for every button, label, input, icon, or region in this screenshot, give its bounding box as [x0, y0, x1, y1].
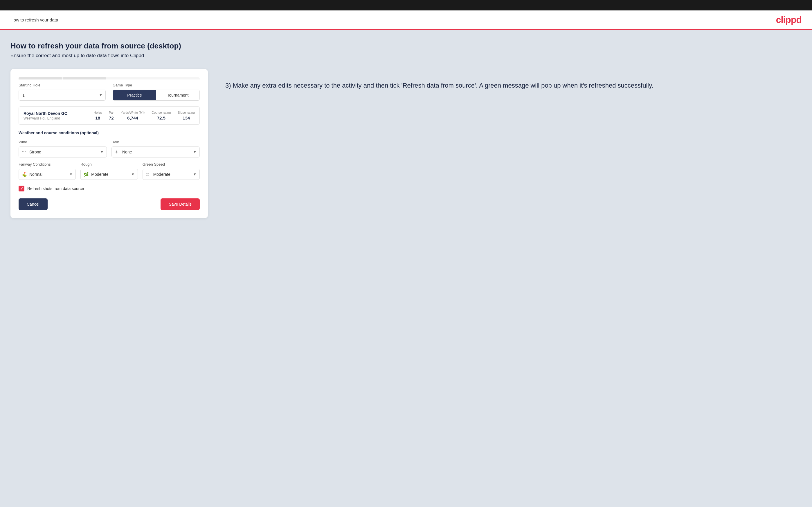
green-select[interactable]: Moderate Slow Fast [143, 169, 199, 179]
refresh-checkbox-label: Refresh shots from data source [27, 186, 84, 191]
rain-group: Rain ☀ None Light Heavy ▼ [111, 140, 200, 158]
course-stat-course-rating: Course rating 72.5 [152, 111, 171, 120]
rough-label: Rough [81, 162, 138, 167]
wind-label: Wind [18, 140, 107, 144]
save-button[interactable]: Save Details [160, 199, 200, 210]
wind-select[interactable]: Strong Light Moderate None [19, 147, 107, 157]
game-type-label: Game Type [113, 83, 200, 87]
refresh-checkbox-row[interactable]: Refresh shots from data source [18, 186, 200, 191]
rain-label: Rain [111, 140, 200, 144]
page-title: How to refresh your data from source (de… [10, 42, 802, 51]
slope-rating-label: Slope rating [178, 111, 195, 114]
course-stat-par: Par 72 [109, 111, 114, 120]
rain-select-wrapper[interactable]: ☀ None Light Heavy ▼ [111, 147, 200, 158]
logo: clippd [776, 14, 802, 25]
course-rating-label: Course rating [152, 111, 171, 114]
starting-hole-label: Starting Hole [18, 83, 106, 87]
tab-item-2 [63, 77, 106, 79]
starting-hole-group: Starting Hole 1 10 ▼ [18, 83, 106, 101]
footer: Copyright Clippd 2022 [0, 502, 812, 507]
par-value: 72 [109, 115, 114, 120]
cancel-button[interactable]: Cancel [18, 199, 48, 210]
side-description-text: 3) Make any extra edits necessary to the… [225, 80, 802, 90]
game-type-buttons: Practice Tournament [113, 90, 200, 101]
par-label: Par [109, 111, 114, 114]
course-stat-holes: Holes 18 [94, 111, 102, 120]
course-name: Royal North Devon GC, [23, 111, 87, 116]
rough-group: Rough 🌿 Moderate Light Heavy ▼ [81, 162, 138, 180]
yards-value: 6,744 [127, 115, 138, 120]
button-row: Cancel Save Details [18, 199, 200, 210]
game-type-group: Game Type Practice Tournament [113, 83, 200, 101]
page-subtitle: Ensure the correct and most up to date d… [10, 53, 802, 59]
green-group: Green Speed ◎ Moderate Slow Fast ▼ [143, 162, 200, 180]
course-location: Westward Ho!, England [23, 116, 87, 120]
header-title: How to refresh your data [10, 17, 58, 22]
course-stat-slope-rating: Slope rating 134 [178, 111, 195, 120]
course-stats: Holes 18 Par 72 Yards/White (M)) 6,744 C… [94, 111, 195, 120]
course-stat-yards: Yards/White (M)) 6,744 [121, 111, 145, 120]
header: How to refresh your data clippd [0, 10, 812, 30]
starting-hole-select-wrapper[interactable]: 1 10 ▼ [18, 90, 106, 101]
fairway-label: Fairway Conditions [18, 162, 76, 167]
tab-item-1 [18, 77, 62, 79]
slope-rating-value: 134 [183, 115, 190, 120]
course-rating-value: 72.5 [157, 115, 165, 120]
tab-row [18, 77, 200, 79]
holes-label: Holes [94, 111, 102, 114]
fairway-group: Fairway Conditions ⛳ Normal Soft Hard ▼ [18, 162, 76, 180]
side-description: 3) Make any extra edits necessary to the… [225, 69, 802, 90]
main-content: How to refresh your data from source (de… [0, 30, 812, 502]
form-card: Starting Hole 1 10 ▼ Game Type Practice … [10, 69, 208, 218]
wind-group: Wind 〰 Strong Light Moderate None ▼ [18, 140, 107, 158]
course-info-box: Royal North Devon GC, Westward Ho!, Engl… [18, 106, 200, 125]
form-row-top: Starting Hole 1 10 ▼ Game Type Practice … [18, 83, 200, 101]
conditions-title: Weather and course conditions (optional) [18, 130, 200, 135]
fairway-select-wrapper[interactable]: ⛳ Normal Soft Hard ▼ [18, 169, 76, 180]
rain-select[interactable]: None Light Heavy [112, 147, 199, 157]
conditions-row-2: Fairway Conditions ⛳ Normal Soft Hard ▼ … [18, 162, 200, 180]
practice-button[interactable]: Practice [113, 90, 156, 100]
wind-select-wrapper[interactable]: 〰 Strong Light Moderate None ▼ [18, 147, 107, 158]
green-label: Green Speed [143, 162, 200, 167]
starting-hole-select[interactable]: 1 10 [19, 90, 105, 100]
content-area: Starting Hole 1 10 ▼ Game Type Practice … [10, 69, 802, 218]
wind-rain-row: Wind 〰 Strong Light Moderate None ▼ Rain [18, 140, 200, 158]
top-bar [0, 0, 812, 10]
course-name-col: Royal North Devon GC, Westward Ho!, Engl… [23, 111, 87, 120]
yards-label: Yards/White (M)) [121, 111, 145, 114]
rough-select[interactable]: Moderate Light Heavy [81, 169, 137, 179]
rough-select-wrapper[interactable]: 🌿 Moderate Light Heavy ▼ [81, 169, 138, 180]
refresh-checkbox[interactable] [18, 186, 24, 191]
fairway-select[interactable]: Normal Soft Hard [19, 169, 75, 179]
holes-value: 18 [95, 115, 100, 120]
green-select-wrapper[interactable]: ◎ Moderate Slow Fast ▼ [143, 169, 200, 180]
tournament-button[interactable]: Tournament [156, 90, 199, 100]
